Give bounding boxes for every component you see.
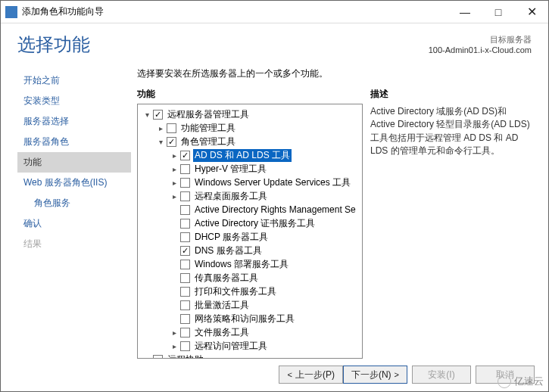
tree-node-label[interactable]: 传真服务器工具	[193, 272, 260, 285]
tree-node-label[interactable]: 网络策略和访问服务工具	[193, 313, 296, 325]
tree-node[interactable]: DNS 服务器工具	[139, 244, 360, 257]
description-panel: 描述 Active Directory 域服务(AD DS)和 Active D…	[370, 88, 532, 359]
tree-checkbox[interactable]	[180, 300, 190, 310]
tree-node[interactable]: ▸Hyper-V 管理工具	[139, 162, 360, 176]
tree-node[interactable]: ▾远程服务器管理工具	[139, 107, 360, 121]
tree-node[interactable]: Windows 部署服务工具	[139, 257, 360, 271]
tree-node[interactable]: ▸Windows Server Update Services 工具	[139, 176, 360, 189]
description-panel-title: 描述	[370, 88, 532, 104]
tree-checkbox[interactable]	[180, 287, 190, 297]
tree-node[interactable]: Active Directory Rights Management Se	[139, 203, 360, 216]
tree-checkbox[interactable]	[180, 191, 190, 201]
sidebar-step[interactable]: 服务器选择	[17, 111, 131, 132]
features-tree[interactable]: ▾远程服务器管理工具▸功能管理工具▾角色管理工具▸AD DS 和 AD LDS …	[137, 104, 363, 359]
tree-node[interactable]: ▸远程桌面服务工具	[139, 189, 360, 203]
chevron-right-icon[interactable]: ▸	[156, 123, 165, 132]
previous-button[interactable]: <上一步(P)	[279, 366, 342, 384]
wizard-content: 开始之前安装类型服务器选择服务器角色功能Web 服务器角色(IIS)角色服务确认…	[1, 60, 548, 359]
minimize-button[interactable]: —	[448, 1, 482, 23]
sidebar-step[interactable]: 安装类型	[17, 91, 131, 111]
tree-checkbox[interactable]	[180, 341, 190, 351]
tree-node-label[interactable]: 远程服务器管理工具	[166, 108, 251, 121]
tree-node-label[interactable]: AD DS 和 AD LDS 工具	[193, 149, 292, 162]
panels: 功能 ▾远程服务器管理工具▸功能管理工具▾角色管理工具▸AD DS 和 AD L…	[137, 88, 532, 359]
maximize-button[interactable]: □	[482, 1, 515, 23]
tree-checkbox[interactable]	[153, 110, 163, 120]
tree-node[interactable]: 网络策略和访问服务工具	[139, 312, 360, 325]
chevron-right-icon[interactable]: ▸	[170, 328, 179, 337]
tree-node-label[interactable]: Active Directory 证书服务工具	[193, 217, 317, 230]
chevron-right-icon[interactable]: ▸	[170, 151, 179, 160]
tree-node[interactable]: ▸AD DS 和 AD LDS 工具	[139, 148, 360, 162]
tree-checkbox[interactable]	[167, 123, 176, 133]
sidebar-step[interactable]: Web 服务器角色(IIS)	[17, 173, 131, 193]
tree-node-label[interactable]: 远程桌面服务工具	[193, 190, 269, 203]
install-button[interactable]: 安装(I)	[412, 366, 471, 384]
tree-node-label[interactable]: Windows 部署服务工具	[193, 258, 290, 271]
tree-checkbox[interactable]	[180, 205, 190, 215]
tree-checkbox[interactable]	[153, 355, 163, 359]
tree-node[interactable]: 远程协助	[139, 353, 360, 359]
instruction-text: 选择要安装在所选服务器上的一个或多个功能。	[137, 64, 532, 88]
chevron-right-icon[interactable]: ▸	[170, 164, 179, 173]
tree-node[interactable]: ▸远程访问管理工具	[139, 339, 360, 353]
tree-checkbox[interactable]	[167, 137, 176, 147]
close-button[interactable]: ✕	[515, 1, 548, 23]
tree-node-label[interactable]: 批量激活工具	[193, 299, 251, 312]
tree-node[interactable]: ▾角色管理工具	[139, 135, 360, 148]
sidebar-step[interactable]: 角色服务	[17, 193, 131, 213]
sidebar-step[interactable]: 服务器角色	[17, 132, 131, 152]
tree-node[interactable]: ▸功能管理工具	[139, 121, 360, 135]
target-server-block: 目标服务器 100-Admin01.i-x-Cloud.com	[429, 33, 532, 57]
tree-checkbox[interactable]	[180, 219, 190, 229]
next-button[interactable]: 下一步(N)>	[343, 366, 407, 384]
tree-checkbox[interactable]	[180, 273, 190, 283]
tree-node[interactable]: 批量激活工具	[139, 298, 360, 312]
tree-checkbox[interactable]	[180, 246, 190, 256]
tree-checkbox[interactable]	[180, 164, 190, 174]
tree-node-label[interactable]: Windows Server Update Services 工具	[193, 176, 352, 189]
cancel-button[interactable]: 取消	[476, 366, 535, 384]
titlebar: 添加角色和功能向导 — □ ✕	[1, 1, 548, 23]
tree-checkbox[interactable]	[180, 260, 190, 269]
tree-node-label[interactable]: Active Directory Rights Management Se	[193, 204, 357, 215]
tree-checkbox[interactable]	[180, 314, 190, 324]
tree-checkbox[interactable]	[180, 178, 190, 188]
sidebar-step[interactable]: 功能	[17, 152, 131, 173]
tree-node-label[interactable]: Hyper-V 管理工具	[193, 163, 268, 176]
wizard-main: 选择要安装在所选服务器上的一个或多个功能。 功能 ▾远程服务器管理工具▸功能管理…	[131, 64, 532, 359]
tree-node[interactable]: ▸文件服务工具	[139, 325, 360, 339]
tree-node-label[interactable]: 远程协助	[166, 353, 205, 359]
tree-node-label[interactable]: DNS 服务器工具	[193, 244, 264, 257]
chevron-right-icon[interactable]: ▸	[170, 191, 179, 201]
chevron-right-icon: >	[395, 370, 399, 379]
tree-checkbox[interactable]	[180, 151, 190, 160]
description-text: Active Directory 域服务(AD DS)和 Active Dire…	[370, 104, 532, 158]
tree-node-label[interactable]: 打印和文件服务工具	[193, 285, 278, 298]
tree-checkbox[interactable]	[180, 232, 190, 242]
target-server-label: 目标服务器	[429, 34, 532, 45]
sidebar-step: 结果	[17, 234, 131, 254]
page-heading: 选择功能	[17, 33, 429, 57]
tree-node[interactable]: 传真服务器工具	[139, 271, 360, 285]
tree-node-label[interactable]: 功能管理工具	[179, 122, 237, 135]
wizard-footer: <上一步(P) 下一步(N)> 安装(I) 取消	[279, 366, 535, 384]
sidebar-step[interactable]: 开始之前	[17, 70, 131, 91]
chevron-right-icon[interactable]: ▸	[170, 341, 179, 350]
tree-node-label[interactable]: 文件服务工具	[193, 326, 251, 339]
tree-node[interactable]: 打印和文件服务工具	[139, 285, 360, 298]
tree-node-label[interactable]: DHCP 服务器工具	[193, 231, 270, 244]
chevron-right-icon[interactable]: ▸	[170, 178, 179, 187]
tree-checkbox[interactable]	[180, 328, 190, 338]
tree-node-label[interactable]: 角色管理工具	[179, 135, 237, 148]
tree-node[interactable]: Active Directory 证书服务工具	[139, 216, 360, 230]
chevron-left-icon: <	[287, 370, 292, 379]
sidebar-step[interactable]: 确认	[17, 213, 131, 234]
window-title: 添加角色和功能向导	[22, 5, 448, 18]
chevron-down-icon[interactable]: ▾	[156, 137, 165, 146]
target-server-value: 100-Admin01.i-x-Cloud.com	[429, 45, 532, 55]
tree-node-label[interactable]: 远程访问管理工具	[193, 340, 269, 353]
tree-node[interactable]: DHCP 服务器工具	[139, 230, 360, 244]
nav-button-group: <上一步(P) 下一步(N)>	[279, 366, 407, 384]
chevron-down-icon[interactable]: ▾	[142, 110, 151, 119]
